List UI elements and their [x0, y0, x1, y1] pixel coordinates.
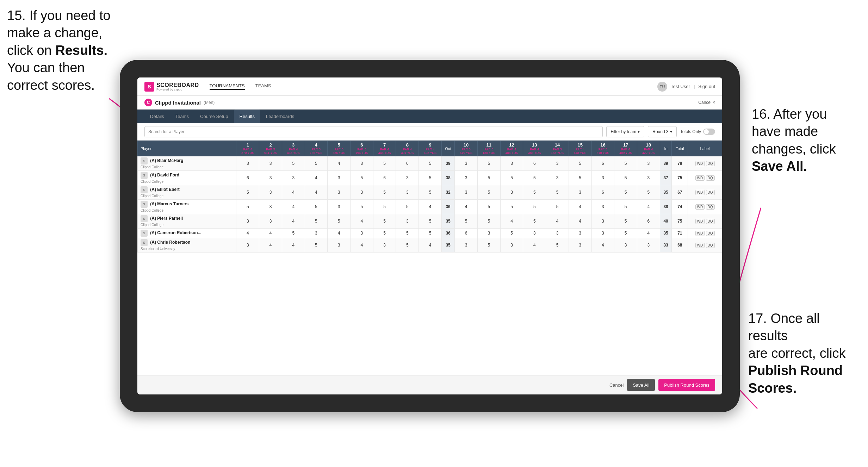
score-h13[interactable]: 5	[523, 214, 546, 229]
wd-button[interactable]: WD	[695, 243, 705, 248]
score-h3[interactable]: 4	[282, 200, 305, 214]
score-h12[interactable]: 5	[500, 229, 523, 238]
score-h10[interactable]: 4	[455, 200, 478, 214]
score-h3[interactable]: 4	[282, 214, 305, 229]
score-h11[interactable]: 5	[477, 200, 500, 214]
score-h18[interactable]: 3	[637, 171, 660, 185]
score-h8[interactable]: 3	[396, 185, 419, 200]
score-h18[interactable]: 6	[637, 214, 660, 229]
score-h14[interactable]: 3	[546, 229, 569, 238]
nav-tournaments[interactable]: TOURNAMENTS	[210, 83, 245, 90]
score-h16[interactable]: 3	[591, 214, 614, 229]
score-h14[interactable]: 5	[546, 238, 569, 253]
score-h18[interactable]: 4	[637, 200, 660, 214]
score-h7[interactable]: 5	[373, 156, 396, 171]
score-h17[interactable]: 5	[614, 185, 637, 200]
score-h16[interactable]: 3	[591, 171, 614, 185]
tab-course-setup[interactable]: Course Setup	[194, 110, 234, 123]
score-h5[interactable]: 3	[328, 200, 351, 214]
score-h5[interactable]: 3	[328, 238, 351, 253]
score-h17[interactable]: 5	[614, 156, 637, 171]
cancel-tournament-button[interactable]: Cancel ×	[698, 100, 715, 105]
wd-button[interactable]: WD	[695, 161, 705, 166]
score-h5[interactable]: 4	[328, 156, 351, 171]
dq-button[interactable]: DQ	[706, 190, 715, 195]
score-h9[interactable]: 5	[419, 214, 442, 229]
score-h10[interactable]: 6	[455, 229, 478, 238]
score-h12[interactable]: 3	[500, 185, 523, 200]
score-h4[interactable]: 5	[305, 156, 328, 171]
score-h4[interactable]: 5	[305, 200, 328, 214]
tab-teams[interactable]: Teams	[170, 110, 194, 123]
totals-toggle-switch[interactable]	[703, 129, 715, 135]
score-h2[interactable]: 3	[259, 200, 282, 214]
score-h1[interactable]: 3	[236, 156, 259, 171]
score-h9[interactable]: 5	[419, 171, 442, 185]
score-h4[interactable]: 4	[305, 171, 328, 185]
score-h13[interactable]: 5	[523, 200, 546, 214]
score-h6[interactable]: 3	[351, 185, 373, 200]
score-h12[interactable]: 5	[500, 171, 523, 185]
wd-button[interactable]: WD	[695, 190, 705, 195]
score-h11[interactable]: 5	[477, 156, 500, 171]
score-h15[interactable]: 3	[569, 238, 591, 253]
score-h15[interactable]: 5	[569, 171, 591, 185]
score-h18[interactable]: 5	[637, 185, 660, 200]
score-h8[interactable]: 3	[396, 214, 419, 229]
score-h9[interactable]: 5	[419, 185, 442, 200]
score-h6[interactable]: 5	[351, 171, 373, 185]
nav-teams[interactable]: TEAMS	[255, 83, 271, 90]
score-h12[interactable]: 3	[500, 238, 523, 253]
score-h16[interactable]: 4	[591, 238, 614, 253]
score-h2[interactable]: 3	[259, 156, 282, 171]
score-h1[interactable]: 3	[236, 238, 259, 253]
wd-button[interactable]: WD	[695, 219, 705, 224]
score-h12[interactable]: 5	[500, 200, 523, 214]
score-h17[interactable]: 5	[614, 200, 637, 214]
score-h11[interactable]: 5	[477, 214, 500, 229]
score-h15[interactable]: 4	[569, 214, 591, 229]
dq-button[interactable]: DQ	[706, 175, 715, 181]
score-h7[interactable]: 3	[373, 238, 396, 253]
score-h14[interactable]: 5	[546, 185, 569, 200]
score-h14[interactable]: 4	[546, 214, 569, 229]
score-h1[interactable]: 5	[236, 185, 259, 200]
score-h15[interactable]: 3	[569, 185, 591, 200]
sign-out-link[interactable]: Sign out	[698, 84, 715, 89]
score-h10[interactable]: 3	[455, 185, 478, 200]
publish-round-scores-button[interactable]: Publish Round Scores	[658, 379, 715, 391]
score-h11[interactable]: 5	[477, 238, 500, 253]
score-h1[interactable]: 3	[236, 214, 259, 229]
score-h13[interactable]: 4	[523, 238, 546, 253]
tab-results[interactable]: Results	[234, 110, 260, 123]
score-h9[interactable]: 4	[419, 200, 442, 214]
score-h16[interactable]: 3	[591, 229, 614, 238]
score-h7[interactable]: 5	[373, 185, 396, 200]
score-h11[interactable]: 5	[477, 185, 500, 200]
score-h16[interactable]: 6	[591, 156, 614, 171]
score-h17[interactable]: 5	[614, 214, 637, 229]
save-all-button[interactable]: Save All	[627, 379, 655, 391]
score-h7[interactable]: 5	[373, 200, 396, 214]
score-h8[interactable]: 5	[396, 229, 419, 238]
score-h6[interactable]: 3	[351, 156, 373, 171]
score-h1[interactable]: 5	[236, 200, 259, 214]
dq-button[interactable]: DQ	[706, 204, 715, 210]
score-h13[interactable]: 5	[523, 171, 546, 185]
dq-button[interactable]: DQ	[706, 219, 715, 224]
score-h3[interactable]: 5	[282, 156, 305, 171]
score-h6[interactable]: 5	[351, 200, 373, 214]
score-h12[interactable]: 3	[500, 156, 523, 171]
score-h5[interactable]: 5	[328, 214, 351, 229]
score-h13[interactable]: 5	[523, 185, 546, 200]
score-h6[interactable]: 3	[351, 229, 373, 238]
score-h6[interactable]: 4	[351, 214, 373, 229]
score-h4[interactable]: 5	[305, 214, 328, 229]
score-h8[interactable]: 5	[396, 200, 419, 214]
score-h8[interactable]: 5	[396, 238, 419, 253]
round-selector-button[interactable]: Round 3 ▾	[648, 126, 676, 137]
dq-button[interactable]: DQ	[706, 243, 715, 248]
score-h3[interactable]: 4	[282, 238, 305, 253]
score-h16[interactable]: 3	[591, 200, 614, 214]
score-h13[interactable]: 6	[523, 156, 546, 171]
